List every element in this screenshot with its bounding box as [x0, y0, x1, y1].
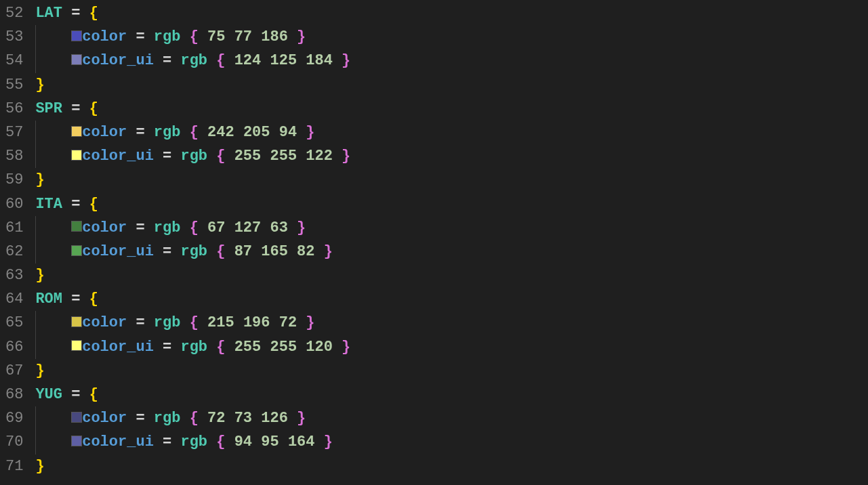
color-swatch [71, 54, 82, 65]
line-number: 56 [5, 97, 23, 121]
rgb-function: rgb [180, 52, 207, 69]
rgb-function: rgb [180, 434, 207, 450]
value-b: 184 [306, 52, 333, 69]
code-line[interactable]: } [35, 73, 868, 97]
code-line[interactable]: color = rgb { 75 77 186 } [35, 25, 868, 49]
country-tag: YUG [35, 386, 62, 403]
property-color: color [82, 124, 127, 141]
value-b: 94 [279, 124, 297, 141]
code-line[interactable]: } [35, 359, 868, 383]
open-brace: { [89, 196, 98, 213]
line-number: 54 [5, 49, 23, 72]
value-b: 120 [306, 339, 333, 356]
code-area[interactable]: LAT = { color = rgb { 75 77 186 } color_… [35, 0, 868, 485]
line-number: 59 [5, 168, 23, 192]
code-line[interactable]: color = rgb { 67 127 63 } [35, 216, 868, 240]
close-brace: } [35, 267, 44, 284]
value-r: 67 [207, 219, 225, 236]
code-line[interactable]: ITA = { [35, 192, 868, 216]
color-swatch [71, 245, 82, 256]
code-line[interactable]: color_ui = rgb { 124 125 184 } [35, 49, 868, 72]
country-tag: ROM [35, 291, 62, 308]
color-swatch [71, 316, 82, 327]
code-line[interactable]: } [35, 168, 868, 192]
property-color-ui: color_ui [82, 148, 154, 165]
value-r: 75 [207, 28, 225, 45]
code-line[interactable]: color = rgb { 215 196 72 } [35, 311, 868, 335]
code-line[interactable]: YUG = { [35, 383, 868, 406]
value-g: 95 [261, 434, 278, 450]
color-swatch [71, 126, 82, 137]
value-r: 72 [207, 410, 225, 427]
value-g: 165 [261, 243, 288, 260]
code-line[interactable]: color_ui = rgb { 255 255 122 } [35, 144, 868, 168]
line-number-gutter: 5253545556575859606162636465666768697071 [0, 0, 35, 485]
code-line[interactable]: SPR = { [35, 97, 868, 121]
value-b: 164 [288, 434, 315, 450]
value-g: 127 [234, 219, 262, 236]
country-tag: SPR [35, 100, 62, 117]
line-number: 64 [5, 287, 23, 311]
value-b: 122 [306, 148, 333, 165]
rgb-function: rgb [154, 314, 181, 331]
line-number: 69 [5, 406, 23, 430]
code-line[interactable]: color = rgb { 242 205 94 } [35, 121, 868, 144]
color-swatch [71, 340, 82, 351]
value-r: 255 [234, 339, 262, 356]
value-r: 215 [207, 314, 234, 331]
color-swatch [71, 436, 82, 446]
property-color: color [82, 28, 127, 45]
line-number: 58 [5, 144, 23, 168]
color-swatch [71, 412, 82, 423]
code-editor[interactable]: 5253545556575859606162636465666768697071… [0, 0, 868, 485]
close-brace: } [35, 362, 44, 379]
property-color: color [82, 410, 127, 427]
property-color-ui: color_ui [82, 243, 154, 260]
line-number: 57 [5, 121, 23, 144]
line-number: 53 [5, 25, 23, 49]
value-b: 72 [279, 314, 297, 331]
property-color-ui: color_ui [82, 52, 154, 69]
code-line[interactable]: LAT = { [35, 1, 868, 25]
open-brace: { [89, 386, 98, 403]
value-r: 87 [234, 243, 252, 260]
rgb-function: rgb [180, 243, 207, 260]
value-b: 126 [261, 410, 288, 427]
property-color-ui: color_ui [82, 339, 154, 356]
code-line[interactable]: } [35, 263, 868, 287]
code-line[interactable]: color_ui = rgb { 94 95 164 } [35, 430, 868, 454]
color-swatch [71, 150, 82, 161]
line-number: 61 [5, 216, 23, 240]
code-line[interactable]: color = rgb { 72 73 126 } [35, 406, 868, 430]
property-color: color [82, 314, 127, 331]
value-r: 242 [207, 124, 234, 141]
line-number: 60 [5, 192, 23, 216]
line-number: 71 [5, 455, 23, 478]
value-b: 63 [270, 219, 287, 236]
rgb-function: rgb [180, 339, 207, 356]
line-number: 62 [5, 240, 23, 263]
value-b: 82 [297, 243, 314, 260]
value-g: 125 [270, 52, 297, 69]
code-line[interactable]: color_ui = rgb { 87 165 82 } [35, 240, 868, 263]
open-brace: { [89, 5, 98, 22]
country-tag: ITA [35, 196, 62, 213]
line-number: 68 [5, 383, 23, 406]
color-swatch [71, 30, 82, 41]
code-line[interactable]: ROM = { [35, 287, 868, 311]
color-swatch [71, 221, 82, 232]
line-number: 63 [5, 263, 23, 287]
value-b: 186 [261, 28, 288, 45]
close-brace: } [35, 171, 44, 188]
code-line[interactable]: color_ui = rgb { 255 255 120 } [35, 335, 868, 359]
country-tag: LAT [35, 5, 62, 22]
line-number: 52 [5, 1, 23, 25]
line-number: 66 [5, 335, 23, 359]
code-line[interactable]: } [35, 455, 868, 478]
open-brace: { [89, 100, 98, 117]
value-g: 73 [234, 410, 252, 427]
line-number: 55 [5, 73, 23, 97]
value-r: 124 [234, 52, 262, 69]
line-number: 65 [5, 311, 23, 335]
line-number: 67 [5, 359, 23, 383]
